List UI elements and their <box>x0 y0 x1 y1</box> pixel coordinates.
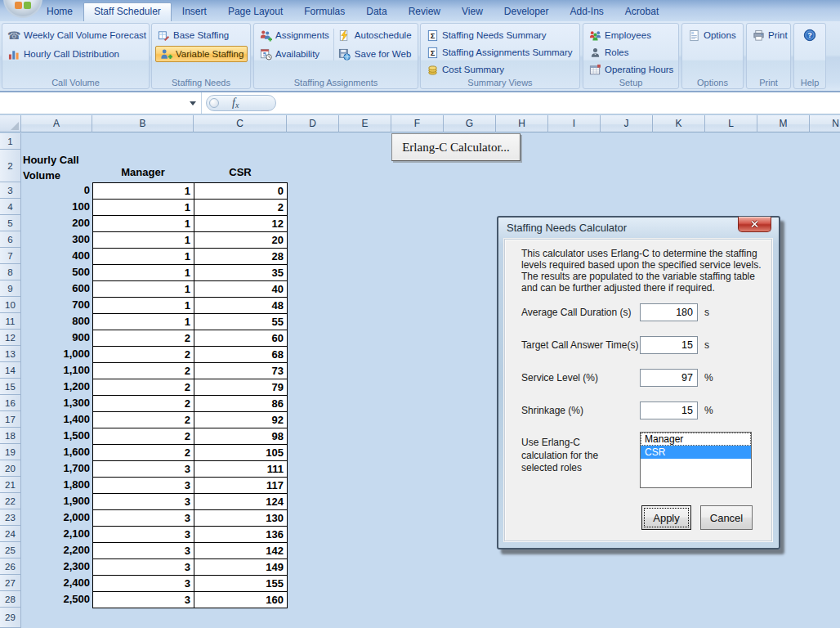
apply-button[interactable]: Apply <box>641 505 691 530</box>
column-header-c[interactable]: C <box>194 115 287 132</box>
row-header-29[interactable]: 29 <box>0 608 21 628</box>
cell-volume[interactable]: 100 <box>21 199 92 215</box>
row-header-1[interactable]: 1 <box>0 133 21 150</box>
formula-input[interactable] <box>278 92 840 114</box>
cell-csr[interactable]: 155 <box>194 576 287 592</box>
cell-csr[interactable]: 20 <box>194 232 287 249</box>
row-header-27[interactable]: 27 <box>0 575 21 591</box>
cell-manager[interactable]: 1 <box>93 265 194 281</box>
cancel-button[interactable]: Cancel <box>700 505 753 530</box>
role-option-manager[interactable]: Manager <box>641 433 751 446</box>
cell-volume[interactable]: 1,200 <box>21 379 92 395</box>
column-header-n[interactable]: N <box>810 115 840 132</box>
cell-csr[interactable]: 117 <box>194 478 287 494</box>
shrinkage-input[interactable] <box>640 401 698 419</box>
cell-volume[interactable]: 200 <box>21 215 92 231</box>
dialog-close-button[interactable] <box>738 217 771 232</box>
cell-manager[interactable]: 1 <box>93 183 194 200</box>
insert-function-button[interactable]: fx <box>206 95 276 111</box>
autoschedule-button[interactable]: Autoschedule <box>338 29 412 42</box>
cell-volume[interactable]: 2,400 <box>21 575 92 591</box>
cell-csr[interactable]: 0 <box>194 183 287 200</box>
row-header-15[interactable]: 15 <box>0 379 21 395</box>
variable-staffing-button[interactable]: Variable Staffing <box>155 46 248 62</box>
cell-volume[interactable]: 600 <box>21 280 92 297</box>
cell-volume[interactable]: 0 <box>21 182 92 199</box>
tab-review[interactable]: Review <box>398 2 451 21</box>
tab-data[interactable]: Data <box>355 2 397 21</box>
cell-manager[interactable]: 2 <box>93 379 194 396</box>
cell-volume[interactable]: 2,100 <box>21 526 92 542</box>
cell-manager[interactable]: 1 <box>93 232 194 249</box>
column-header-d[interactable]: D <box>287 115 339 132</box>
cell-volume[interactable]: 1,400 <box>21 411 92 428</box>
cost-summary-button[interactable]: Cost Summary <box>426 63 504 76</box>
column-header-l[interactable]: L <box>705 115 757 132</box>
tab-page-layout[interactable]: Page Layout <box>217 2 293 21</box>
hourly-call-distribution-button[interactable]: Hourly Call Distribution <box>7 47 119 61</box>
cell-manager[interactable]: 3 <box>93 576 194 592</box>
row-header-28[interactable]: 28 <box>0 591 21 608</box>
roles-button[interactable]: Roles <box>588 46 628 59</box>
column-header-g[interactable]: G <box>444 115 496 132</box>
cell-c2-csr-header[interactable]: CSR <box>194 166 287 178</box>
cell-csr[interactable]: 160 <box>194 592 287 608</box>
cell-b2-manager-header[interactable]: Manager <box>92 166 194 178</box>
cell-volume[interactable]: 1,300 <box>21 395 92 411</box>
cell-manager[interactable]: 2 <box>93 445 194 461</box>
cell-csr[interactable]: 124 <box>194 494 287 510</box>
save-for-web-button[interactable]: Save for Web <box>338 47 412 61</box>
cell-manager[interactable]: 1 <box>93 314 194 330</box>
row-header-18[interactable]: 18 <box>0 428 21 444</box>
staffing-assignments-summary-button[interactable]: Σ Staffing Assignments Summary <box>426 46 573 59</box>
cell-csr[interactable]: 130 <box>194 510 287 527</box>
cell-manager[interactable]: 2 <box>93 428 194 445</box>
row-header-11[interactable]: 11 <box>0 313 21 330</box>
service-level-input[interactable] <box>640 369 698 387</box>
cell-csr[interactable]: 136 <box>194 527 287 543</box>
cell-volume[interactable]: 2,300 <box>21 558 92 575</box>
erlang-calculator-button[interactable]: Erlang-C Calculator... <box>391 133 521 161</box>
name-box[interactable] <box>0 92 202 114</box>
column-header-m[interactable]: M <box>757 115 810 132</box>
cell-csr[interactable]: 40 <box>194 281 287 298</box>
tab-insert[interactable]: Insert <box>172 2 217 21</box>
cell-csr[interactable]: 28 <box>194 249 287 265</box>
tab-acrobat[interactable]: Acrobat <box>614 2 669 21</box>
cell-volume[interactable]: 2,000 <box>21 509 92 526</box>
row-header-13[interactable]: 13 <box>0 346 21 362</box>
options-button[interactable]: Options <box>687 29 736 42</box>
help-button[interactable]: ? <box>803 29 816 42</box>
row-header-23[interactable]: 23 <box>0 509 21 526</box>
cell-volume[interactable]: 700 <box>21 297 92 313</box>
target-answer-time-input[interactable] <box>640 336 698 354</box>
cell-manager[interactable]: 3 <box>93 559 194 576</box>
tab-add-ins[interactable]: Add-Ins <box>560 2 614 21</box>
row-header-17[interactable]: 17 <box>0 411 21 428</box>
row-header-2[interactable]: 2 <box>0 150 21 182</box>
cell-manager[interactable]: 1 <box>93 298 194 314</box>
column-header-a[interactable]: A <box>21 115 92 132</box>
cell-csr[interactable]: 79 <box>194 379 287 396</box>
base-staffing-button[interactable]: Base Staffing <box>157 29 229 42</box>
cell-volume[interactable]: 1,900 <box>21 493 92 509</box>
tab-developer[interactable]: Developer <box>494 2 560 21</box>
row-header-20[interactable]: 20 <box>0 460 21 477</box>
cell-volume[interactable]: 300 <box>21 231 92 248</box>
cell-manager[interactable]: 1 <box>93 281 194 298</box>
tab-home[interactable]: Home <box>36 2 83 21</box>
tab-formulas[interactable]: Formulas <box>293 2 355 21</box>
row-header-16[interactable]: 16 <box>0 395 21 411</box>
cell-volume[interactable]: 2,200 <box>21 542 92 558</box>
row-header-7[interactable]: 7 <box>0 248 21 264</box>
weekly-call-volume-forecast-button[interactable]: ☎ Weekly Call Volume Forecast <box>7 29 146 42</box>
cell-volume[interactable]: 500 <box>21 264 92 280</box>
cell-a2-volume-header[interactable]: Hourly Call Volume <box>23 152 93 183</box>
cell-manager[interactable]: 1 <box>93 200 194 216</box>
column-header-i[interactable]: I <box>548 115 601 132</box>
cell-manager[interactable]: 2 <box>93 347 194 363</box>
row-header-6[interactable]: 6 <box>0 231 21 248</box>
cell-csr[interactable]: 92 <box>194 412 287 428</box>
cell-manager[interactable]: 3 <box>93 461 194 478</box>
column-header-f[interactable]: F <box>391 115 444 132</box>
